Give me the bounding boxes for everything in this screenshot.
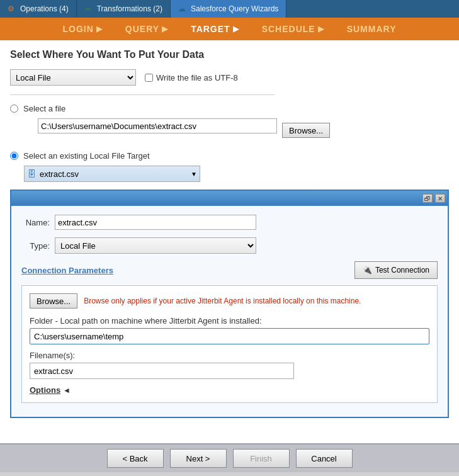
existing-dropdown[interactable]: 🗄 extract.csv ▼ <box>24 166 200 182</box>
conn-params-title: Connection Parameters <box>21 266 113 275</box>
target-type-dropdown[interactable]: Local File Database FTP HTTP SharePoint <box>10 69 136 86</box>
existing-dropdown-container: 🗄 extract.csv ▼ <box>24 166 449 182</box>
options-row[interactable]: Options ◄ <box>30 385 429 395</box>
select-file-radio-row: Select a file <box>10 104 449 113</box>
wizard-step-schedule[interactable]: SCHEDULE ▶ <box>251 24 336 34</box>
cancel-button[interactable]: Cancel <box>296 449 353 468</box>
utf8-checkbox[interactable] <box>145 74 153 82</box>
filename-label: Filename(s): <box>30 351 429 360</box>
tab-salesforce-label: Salesforce Query Wizards <box>191 4 278 13</box>
wizard-step-summary[interactable]: SUMMARY <box>336 24 408 34</box>
browse-button[interactable]: Browse... <box>282 123 330 138</box>
arrow-icon-1: ▶ <box>96 25 103 33</box>
tab-salesforce[interactable]: ☁ Salesforce Query Wizards <box>171 0 286 18</box>
filename-input[interactable] <box>30 363 294 379</box>
select-file-radio[interactable] <box>10 105 18 113</box>
test-connection-button[interactable]: 🔌 Test Connection <box>354 261 438 279</box>
restore-icon[interactable]: 🗗 <box>422 194 433 203</box>
inner-dialog-body: Name: Type: Local File Database FTP Conn… <box>11 206 448 417</box>
tab-operations-label: Operations (4) <box>20 4 69 13</box>
options-arrow-icon: ◄ <box>63 386 71 395</box>
tab-bar: ⚙ Operations (4) ↔ Transformations (2) ☁… <box>0 0 459 18</box>
select-file-label[interactable]: Select a file <box>23 104 65 113</box>
dropdown-arrow-icon: ▼ <box>191 171 197 178</box>
main-content: Select Where You Want To Put Your Data L… <box>0 40 459 443</box>
browse-note: Browse only applies if your active Jitte… <box>84 297 361 305</box>
conn-params-box: Browse... Browse only applies if your ac… <box>21 285 438 403</box>
target-type-row: Local File Database FTP HTTP SharePoint … <box>10 69 449 86</box>
type-dropdown[interactable]: Local File Database FTP <box>55 237 256 254</box>
finish-button[interactable]: Finish <box>233 449 290 468</box>
arrow-icon-4: ▶ <box>318 25 324 33</box>
utf8-checkbox-label[interactable]: Write the file as UTF-8 <box>145 73 238 82</box>
name-input[interactable] <box>55 215 256 230</box>
folder-input[interactable] <box>30 328 429 344</box>
arrow-icon-2: ▶ <box>162 25 168 33</box>
select-existing-radio[interactable] <box>10 152 18 160</box>
wizard-step-query[interactable]: QUERY ▶ <box>114 24 179 34</box>
browse-note-row: Browse... Browse only applies if your ac… <box>30 293 429 309</box>
wizard-nav: LOGIN ▶ QUERY ▶ TARGET ▶ SCHEDULE ▶ SUMM… <box>0 18 459 40</box>
name-label: Name: <box>21 218 50 227</box>
select-existing-label[interactable]: Select an existing Local File Target <box>23 151 150 161</box>
bottom-bar: < Back Next > Finish Cancel <box>0 443 459 472</box>
arrow-icon-3: ▶ <box>233 25 239 33</box>
page-title: Select Where You Want To Put Your Data <box>10 49 449 60</box>
back-button[interactable]: < Back <box>107 449 164 468</box>
tab-transformations[interactable]: ↔ Transformations (2) <box>77 0 171 18</box>
salesforce-icon: ☁ <box>178 4 187 13</box>
file-path-input[interactable] <box>38 118 277 133</box>
operations-icon: ⚙ <box>8 4 16 13</box>
test-conn-icon: 🔌 <box>363 266 372 275</box>
type-label: Type: <box>21 241 50 251</box>
next-button[interactable]: Next > <box>170 449 227 468</box>
options-label: Options <box>30 385 60 395</box>
type-field-row: Type: Local File Database FTP <box>21 237 438 254</box>
name-field-row: Name: <box>21 215 438 230</box>
select-existing-radio-row: Select an existing Local File Target <box>10 151 449 161</box>
file-path-row: Browse... <box>24 118 449 142</box>
folder-label: Folder - Local path on machine where Jit… <box>30 316 429 326</box>
wizard-step-target[interactable]: TARGET ▶ <box>179 24 251 34</box>
existing-dropdown-value: extract.csv <box>40 169 79 179</box>
conn-params-header: Connection Parameters 🔌 Test Connection <box>21 261 438 279</box>
db-icon: 🗄 <box>27 169 36 179</box>
wizard-step-login[interactable]: LOGIN ▶ <box>52 24 114 34</box>
tab-transformations-label: Transformations (2) <box>97 4 162 13</box>
close-icon[interactable]: ✕ <box>435 194 445 203</box>
transformations-icon: ↔ <box>84 4 93 13</box>
conn-browse-button[interactable]: Browse... <box>30 293 77 309</box>
inner-dialog-titlebar: 🗗 ✕ <box>11 191 448 206</box>
tab-operations[interactable]: ⚙ Operations (4) <box>0 0 77 18</box>
separator <box>10 94 275 95</box>
inner-dialog: 🗗 ✕ Name: Type: Local File Database FTP … <box>10 190 449 418</box>
